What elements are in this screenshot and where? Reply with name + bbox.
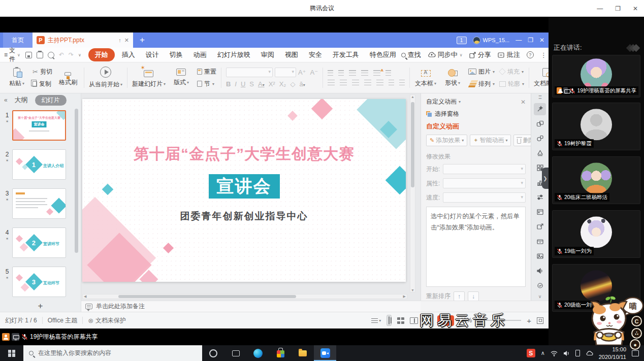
start-button[interactable]: [0, 345, 23, 361]
font-size-select[interactable]: [275, 68, 296, 77]
pane-title[interactable]: 自定义动画: [426, 97, 457, 106]
decrease-font-icon[interactable]: A⁻: [310, 69, 318, 76]
ribbon-tab-insert[interactable]: 插入: [117, 48, 140, 61]
audio-icon[interactable]: [534, 265, 546, 277]
video-tile[interactable]: 20临床二班杨晔活: [552, 156, 640, 204]
italic-button[interactable]: I: [235, 80, 237, 88]
font-family-select[interactable]: [226, 68, 273, 77]
horizontal-scrollbar[interactable]: ◀ ▶: [82, 294, 407, 299]
store-button[interactable]: [269, 345, 292, 361]
paragraph-mark-icon[interactable]: [385, 70, 391, 76]
tab-slides[interactable]: 幻灯片: [35, 95, 67, 106]
align-left-icon[interactable]: [328, 80, 335, 85]
notes-bar[interactable]: 单击此处添加备注: [81, 301, 421, 312]
action-center-icon[interactable]: [632, 350, 639, 356]
device-icon[interactable]: [575, 350, 580, 356]
textbox-button[interactable]: 文本框▾: [414, 68, 437, 88]
reset-button[interactable]: 重置: [197, 68, 216, 76]
ribbon-tab-design[interactable]: 设计: [141, 48, 164, 61]
cortana-button[interactable]: [202, 345, 224, 361]
normal-view-button[interactable]: [387, 315, 392, 326]
slide-canvas[interactable]: 第十届“金点子”大学生创意大赛 宣讲会 团委青年创新创业指导中心 ▲ ▼ ◀ ▶: [81, 93, 421, 301]
slide-highlight[interactable]: 宣讲会: [209, 174, 280, 199]
shapes-button[interactable]: 形状▾: [441, 69, 464, 87]
superscript-button[interactable]: X²: [269, 80, 275, 88]
undo-icon[interactable]: ↶: [59, 51, 64, 58]
align-right-icon[interactable]: [352, 80, 359, 85]
redo-icon[interactable]: ↷: [69, 51, 74, 58]
distribute-icon[interactable]: [376, 80, 383, 85]
protection-status[interactable]: ⊗ 文档未保护: [88, 316, 126, 325]
align-center-icon[interactable]: [340, 80, 347, 85]
archive-box-icon[interactable]: [534, 235, 546, 247]
task-view-button[interactable]: [224, 345, 247, 361]
file-explorer-button[interactable]: [292, 345, 314, 361]
new-slide-button[interactable]: 新建幻灯片▾: [132, 68, 166, 88]
property-select[interactable]: [443, 178, 526, 188]
sync-button[interactable]: 同步中∨: [428, 50, 463, 59]
ribbon-tab-animation[interactable]: 动画: [188, 48, 212, 61]
line-spacing-icon[interactable]: [389, 80, 394, 85]
save-icon[interactable]: [25, 52, 32, 58]
speed-select[interactable]: [443, 192, 526, 203]
theme-name[interactable]: Office 主题: [48, 316, 77, 325]
customize-qat-icon[interactable]: ∨: [78, 53, 81, 57]
move-down-button[interactable]: ↓: [468, 291, 479, 301]
find-button[interactable]: 查找: [401, 50, 421, 59]
close-pane-icon[interactable]: ✕: [521, 99, 526, 106]
ribbon-tab-transition[interactable]: 切换: [165, 48, 188, 61]
paste-button[interactable]: 粘贴▾: [6, 68, 28, 88]
more-tools-chevron-icon[interactable]: ∨: [538, 294, 542, 299]
tab-document[interactable]: P 主持PPT.pptx ↑ ✕: [33, 32, 133, 48]
account-button[interactable]: WPS_15...: [473, 37, 510, 44]
ribbon-tab-view[interactable]: 视图: [280, 48, 303, 61]
cut-button[interactable]: ✂剪切: [33, 68, 52, 76]
play-from-current-button[interactable]: 从当前开始▾: [89, 67, 122, 89]
mascot-paw-button[interactable]: ∴: [631, 328, 642, 339]
file-menu[interactable]: ≡ 文件 ∨: [4, 46, 20, 63]
move-up-button[interactable]: ↑: [454, 291, 465, 301]
close-icon[interactable]: ✕: [633, 5, 638, 12]
ribbon-tab-devtools[interactable]: 开发工具: [328, 48, 364, 61]
increase-font-icon[interactable]: A⁺: [298, 69, 306, 76]
mascot-pet-button[interactable]: ●: [630, 339, 640, 350]
copy-button[interactable]: 复制: [33, 80, 52, 88]
clear-format-icon[interactable]: ◇: [290, 80, 295, 88]
subscript-button[interactable]: X₂: [279, 80, 286, 88]
taskbar-search[interactable]: 在这里输入你要搜索的内容: [23, 345, 202, 361]
animation-pane-icon[interactable]: [534, 103, 546, 115]
image-tool-icon[interactable]: [534, 250, 546, 262]
pinyin-button[interactable]: ā▾: [299, 80, 305, 88]
wifi-icon[interactable]: [551, 350, 558, 356]
mascot-menu-button[interactable]: C: [631, 316, 642, 326]
ribbon-tab-special[interactable]: 特色应用: [365, 48, 401, 61]
transition-icon[interactable]: [534, 118, 546, 130]
vertical-scrollbar[interactable]: ▲ ▼: [410, 94, 415, 292]
slide-thumbnail-3[interactable]: [12, 188, 66, 219]
web-resource-icon[interactable]: [534, 206, 546, 218]
picture-button[interactable]: 图片▾: [468, 68, 495, 76]
collapse-panel-icon[interactable]: «: [4, 96, 8, 104]
minimize-icon[interactable]: —: [597, 5, 603, 12]
start-select[interactable]: [443, 164, 526, 174]
share-button[interactable]: 分享: [469, 50, 491, 59]
fill-button[interactable]: 填充▾: [499, 68, 524, 76]
maximize-icon[interactable]: ❐: [615, 5, 621, 12]
video-tile[interactable]: 19树护黎霞: [552, 103, 640, 150]
slide-title[interactable]: 第十届“金点子”大学生创意大赛: [82, 144, 406, 165]
onedrive-cloud-icon[interactable]: [586, 350, 593, 356]
sogou-input-icon[interactable]: S: [527, 349, 535, 357]
format-painter-button[interactable]: 格式刷: [57, 69, 79, 87]
increase-indent-icon[interactable]: [361, 70, 368, 76]
bold-button[interactable]: B: [226, 80, 231, 88]
decrease-indent-icon[interactable]: [349, 70, 356, 76]
ribbon-tab-review[interactable]: 审阅: [256, 48, 279, 61]
print-icon[interactable]: [37, 52, 43, 58]
slide-thumbnail-1[interactable]: 第十届“金点子”大学生创意大赛 宣讲会: [12, 110, 66, 141]
slide-thumbnail-5[interactable]: 3 互动环节: [12, 267, 66, 297]
video-tile[interactable]: 19护理杨嘉荟的屏幕共享: [552, 55, 640, 97]
reading-view-button[interactable]: [410, 317, 418, 324]
tab-home[interactable]: 首页: [3, 32, 33, 48]
more-menu-icon[interactable]: ⋮: [540, 51, 547, 59]
add-effect-button[interactable]: ✎添加效果▾: [426, 135, 467, 146]
